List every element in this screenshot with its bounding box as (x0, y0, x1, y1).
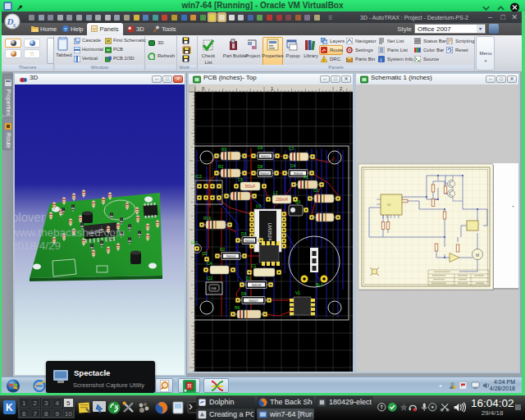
svg-text:M: M (476, 253, 479, 258)
svg-text:C3: C3 (289, 146, 294, 151)
svg-text:C3: C3 (313, 188, 319, 193)
svg-text:200mH: 200mH (276, 198, 288, 202)
svg-text:D6: D6 (241, 291, 247, 296)
svg-text:+: + (512, 203, 514, 208)
svg-text:V1: V1 (295, 290, 300, 295)
svg-text:R: R (188, 383, 192, 389)
svg-text:i: i (381, 57, 382, 62)
svg-text:C1: C1 (251, 263, 257, 268)
svg-text:USB: USB (210, 287, 217, 290)
svg-text:D1: D1 (246, 276, 252, 281)
svg-text:U1: U1 (387, 203, 391, 207)
svg-text:2018/4/29: 2018/4/29 (15, 240, 61, 252)
svg-text:O2: O2 (202, 251, 208, 256)
svg-text:Q2: Q2 (207, 276, 212, 281)
svg-text:IN4001: IN4001 (260, 172, 270, 176)
svg-text:P1: P1 (304, 175, 308, 180)
svg-text:D3: D3 (241, 231, 247, 236)
svg-text:TP1: TP1 (190, 240, 198, 245)
svg-text:plover: plover (15, 210, 45, 224)
svg-text:IN4001: IN4001 (261, 155, 271, 158)
svg-text:x: x (12, 21, 16, 29)
svg-text:D9: D9 (258, 145, 263, 150)
svg-text:C4: C4 (207, 261, 212, 266)
svg-text:IN4008: IN4008 (252, 284, 262, 287)
svg-text:R9: R9 (221, 147, 227, 152)
svg-text:D2: D2 (220, 247, 226, 252)
svg-text:D8: D8 (258, 164, 263, 169)
svg-text:Q1: Q1 (295, 199, 301, 204)
svg-text:L2: L2 (273, 190, 278, 195)
svg-text:IN4006: IN4006 (294, 172, 304, 176)
svg-text:BL1: BL1 (316, 282, 323, 287)
svg-text:R2: R2 (218, 164, 224, 169)
svg-text:K: K (6, 402, 13, 413)
svg-text:U3: U3 (256, 203, 262, 208)
svg-text:IN4004: IN4004 (244, 240, 254, 243)
svg-text:LM3524: LM3524 (267, 223, 272, 241)
svg-text:R6: R6 (235, 305, 240, 310)
svg-text:www.thebackshed.com: www.thebackshed.com (15, 226, 125, 239)
svg-text:C6: C6 (238, 177, 244, 182)
svg-text:D4: D4 (290, 163, 296, 168)
svg-text:IN4004: IN4004 (226, 255, 236, 258)
svg-text:R16: R16 (203, 216, 211, 221)
svg-text:IC3: IC3 (195, 174, 202, 179)
svg-text:IN4007: IN4007 (249, 299, 258, 303)
svg-text:560uF: 560uF (245, 185, 256, 189)
